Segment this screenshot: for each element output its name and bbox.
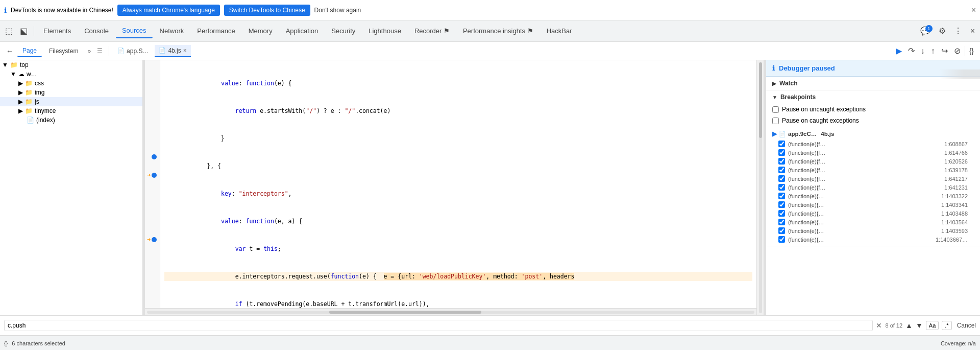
breakpoint-item: (function(e){… 1:1403593 bbox=[766, 226, 980, 235]
more-tabs-icon[interactable]: » bbox=[85, 48, 93, 55]
expand-icon: ▶ bbox=[18, 89, 23, 96]
bp-checkbox-12[interactable] bbox=[778, 236, 785, 243]
paused-label: Debugger paused bbox=[779, 64, 835, 72]
close-file-tab-icon[interactable]: × bbox=[183, 47, 187, 54]
code-line: value: function(e, a) { bbox=[164, 217, 752, 226]
settings-icon[interactable]: ⚙ bbox=[936, 24, 949, 38]
cancel-search-button[interactable]: Cancel bbox=[957, 322, 976, 329]
file-tree: ▼ 📁 top ▼ ☁ w… ▶ 📁 css ▶ 📁 img ▶ 📁 js ▶ … bbox=[0, 60, 143, 315]
dismiss-button[interactable]: Don't show again bbox=[314, 7, 361, 14]
breakpoint-item: (function(e){f… 1:608867 bbox=[766, 139, 980, 148]
cloud-icon: ☁ bbox=[18, 71, 24, 78]
breakpoint-item: (function(e){… 1:1403488 bbox=[766, 209, 980, 218]
file-icon-active: 📄 bbox=[159, 47, 166, 54]
tab-performance[interactable]: Performance bbox=[191, 24, 241, 38]
bp-checkbox-3[interactable] bbox=[778, 158, 785, 165]
tab-security[interactable]: Security bbox=[325, 24, 361, 38]
vertical-scrollbar[interactable] bbox=[756, 60, 764, 315]
panel-menu-icon[interactable]: ☰ bbox=[95, 48, 105, 55]
tree-label: top bbox=[20, 61, 29, 68]
step-over-icon[interactable]: ↷ bbox=[906, 45, 917, 57]
pause-uncaught-label: Pause on uncaught exceptions bbox=[782, 106, 866, 113]
tree-item-index[interactable]: 📄 (index) bbox=[0, 115, 142, 125]
tree-item-tinymce[interactable]: ▶ 📁 tinymce bbox=[0, 106, 142, 115]
search-input[interactable] bbox=[4, 320, 873, 331]
tab-sources[interactable]: Sources bbox=[116, 24, 153, 38]
tab-elements[interactable]: Elements bbox=[37, 24, 77, 38]
tab-recorder[interactable]: Recorder ⚑ bbox=[408, 24, 456, 38]
step-into-icon[interactable]: ↓ bbox=[919, 45, 927, 57]
file-tab-app-s[interactable]: 📄 app.S… bbox=[113, 45, 153, 57]
tree-item-css[interactable]: ▶ 📁 css bbox=[0, 79, 142, 88]
match-language-button[interactable]: Always match Chrome's language bbox=[117, 5, 220, 16]
breakpoint-item: (function(e){… 1:1403341 bbox=[766, 200, 980, 209]
chat-badge: 1 bbox=[925, 25, 933, 32]
regex-button[interactable]: .* bbox=[942, 321, 951, 330]
bp-code-6: (function(e){f… bbox=[788, 184, 825, 191]
info-icon: ℹ bbox=[4, 6, 7, 14]
tree-label: w… bbox=[27, 71, 37, 78]
code-lines[interactable]: value: function(e) { return e.startsWith… bbox=[160, 60, 756, 308]
close-notification-icon[interactable]: × bbox=[971, 6, 976, 15]
file-tab-4b-js[interactable]: 📄 4b.js × bbox=[155, 45, 190, 57]
tab-lighthouse[interactable]: Lighthouse bbox=[362, 24, 407, 38]
inspect-element-icon[interactable]: ⬚ bbox=[2, 24, 16, 38]
search-clear-icon[interactable]: ✕ bbox=[876, 321, 882, 330]
back-forward-icon[interactable]: ← bbox=[4, 46, 15, 56]
step-out-icon[interactable]: ↑ bbox=[929, 45, 937, 57]
tree-item-img[interactable]: ▶ 📁 img bbox=[0, 88, 142, 97]
tree-label: img bbox=[35, 89, 44, 96]
breakpoints-section-header[interactable]: ▼ Breakpoints bbox=[766, 90, 980, 104]
watch-label: Watch bbox=[779, 80, 798, 87]
bp-checkbox-11[interactable] bbox=[778, 227, 785, 234]
watch-section: ▶ Watch bbox=[766, 77, 980, 90]
search-next-icon[interactable]: ▼ bbox=[916, 321, 923, 330]
bp-checkbox-9[interactable] bbox=[778, 210, 785, 217]
bp-checkbox-6[interactable] bbox=[778, 184, 785, 191]
step-icon[interactable]: ↪ bbox=[939, 45, 950, 57]
watch-chevron-icon: ▶ bbox=[772, 81, 776, 86]
tab-hackbar[interactable]: HackBar bbox=[541, 24, 578, 38]
bp-code-10: (function(e){… bbox=[788, 219, 824, 225]
close-devtools-icon[interactable]: × bbox=[967, 25, 978, 38]
resume-execution-icon[interactable]: ▶ bbox=[894, 45, 904, 57]
tree-item-top[interactable]: ▼ 📁 top bbox=[0, 60, 142, 69]
bp-checkbox-2[interactable] bbox=[778, 149, 785, 156]
tree-item-js[interactable]: ▶ 📁 js bbox=[0, 97, 142, 106]
tab-performance-insights[interactable]: Performance insights ⚑ bbox=[457, 24, 540, 38]
tab-network[interactable]: Network bbox=[154, 24, 190, 38]
folder-icon: 📁 bbox=[25, 107, 33, 114]
bp-checkbox-10[interactable] bbox=[778, 219, 785, 225]
tree-label: css bbox=[35, 80, 44, 87]
bp-loc-2: 1:614766 bbox=[944, 150, 968, 156]
tab-memory[interactable]: Memory bbox=[242, 24, 279, 38]
search-prev-icon[interactable]: ▲ bbox=[905, 321, 913, 330]
bp-loc-11: 1:1403593 bbox=[941, 228, 968, 234]
more-options-icon[interactable]: ⋮ bbox=[951, 24, 965, 38]
code-line: } bbox=[164, 134, 752, 143]
format-code-icon[interactable]: {} bbox=[967, 46, 976, 56]
tab-page[interactable]: Page bbox=[17, 45, 42, 57]
bp-checkbox-5[interactable] bbox=[778, 175, 785, 182]
bp-checkbox-7[interactable] bbox=[778, 193, 785, 199]
bp-checkbox-4[interactable] bbox=[778, 167, 785, 173]
bp-checkbox-8[interactable] bbox=[778, 201, 785, 208]
tree-item-cloud[interactable]: ▼ ☁ w… bbox=[0, 69, 142, 79]
deactivate-breakpoints-icon[interactable]: ⊘ bbox=[952, 45, 963, 57]
bp-checkbox-1[interactable] bbox=[778, 141, 785, 147]
code-editor: ➜ ➜ bbox=[145, 60, 764, 315]
match-case-button[interactable]: Aa bbox=[926, 321, 939, 330]
switch-language-button[interactable]: Switch DevTools to Chinese bbox=[224, 5, 310, 16]
bp-loc-5: 1:641217 bbox=[944, 176, 968, 182]
tab-console[interactable]: Console bbox=[78, 24, 115, 38]
pause-uncaught-checkbox[interactable] bbox=[772, 106, 779, 113]
code-line: key: "interceptors", bbox=[164, 189, 752, 198]
format-icon-status: {} bbox=[4, 340, 8, 346]
tab-filesystem[interactable]: Filesystem bbox=[44, 45, 83, 57]
device-toolbar-icon[interactable]: ⬕ bbox=[17, 24, 31, 38]
tab-application[interactable]: Application bbox=[280, 24, 325, 38]
code-line: value: function(e) { bbox=[164, 79, 752, 88]
tree-label: (index) bbox=[36, 116, 55, 124]
horizontal-scrollbar[interactable] bbox=[145, 308, 756, 315]
pause-caught-checkbox[interactable] bbox=[772, 118, 779, 124]
